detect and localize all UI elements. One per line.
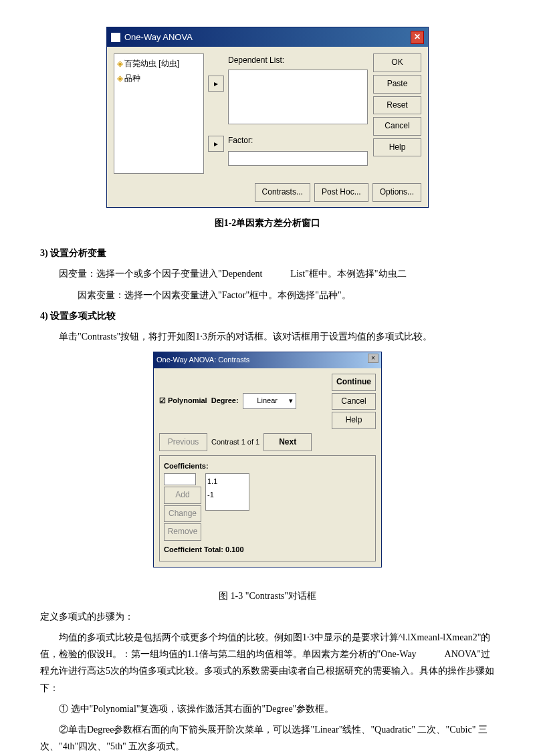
figure-caption-2: 图 1-3 "Contrasts"对话框 — [40, 588, 495, 604]
system-menu-icon[interactable] — [111, 33, 120, 42]
dialog-title: One-Way ANOVA: Contrasts — [156, 354, 249, 367]
add-button[interactable]: Add — [164, 487, 201, 504]
coefficients-group: Coefficients: Add Change Remove 1.1 -1 C… — [159, 455, 376, 561]
coefficients-label: Coefficients: — [164, 460, 371, 473]
cancel-button[interactable]: Cancel — [332, 393, 376, 410]
degree-label: Degree: — [211, 394, 239, 408]
list-item[interactable]: 1.1 — [207, 475, 247, 489]
continue-button[interactable]: Continue — [332, 374, 376, 391]
contrast-counter: Contrast 1 of 1 — [211, 436, 259, 449]
dialog-titlebar: One-Way ANOVA ✕ — [107, 27, 428, 47]
body-text: 单击"Contrasts"按钮，将打开如图1·3所示的对话框。该对话框用于设置均… — [40, 328, 495, 345]
options-button[interactable]: Options... — [372, 183, 421, 202]
help-button[interactable]: Help — [332, 412, 376, 429]
variable-list[interactable]: 百莞幼虫 [幼虫] 品种 — [114, 53, 204, 174]
change-button[interactable]: Change — [164, 505, 201, 523]
posthoc-button[interactable]: Post Hoc... — [314, 183, 368, 202]
dependent-list-box[interactable] — [228, 70, 368, 124]
degree-select[interactable]: Linear ▾ — [243, 393, 296, 409]
next-button[interactable]: Next — [263, 433, 312, 452]
body-text: 因素变量：选择一个因素变量进入"Factor"框中。本例选择"品种"。 — [40, 287, 495, 303]
factor-label: Factor: — [228, 134, 368, 148]
close-icon[interactable]: × — [368, 354, 379, 363]
factor-box[interactable] — [228, 151, 368, 166]
previous-button[interactable]: Previous — [159, 433, 207, 452]
dialog-title: One-Way ANOVA — [124, 29, 193, 45]
body-text: ②单击Degree参数框右面的向下箭头展开阶次菜单，可以选择"Linear"线性… — [40, 721, 495, 755]
contrasts-button[interactable]: Contrasts... — [255, 183, 310, 202]
list-item[interactable]: -1 — [207, 489, 247, 502]
degree-value: Linear — [257, 394, 278, 408]
coefficients-list[interactable]: 1.1 -1 — [205, 473, 249, 511]
list-item[interactable]: 品种 — [117, 72, 201, 86]
section-heading: 3) 设置分析变量 — [40, 245, 495, 261]
reset-button[interactable]: Reset — [373, 96, 421, 115]
body-text: 定义多项式的步骤为： — [40, 608, 495, 625]
coefficient-input[interactable] — [164, 473, 196, 485]
anova-dialog: One-Way ANOVA ✕ 百莞幼虫 [幼虫] 品种 ▸ ▸ Depende… — [106, 27, 429, 208]
paste-button[interactable]: Paste — [373, 75, 421, 94]
section-heading: 4) 设置多项式比较 — [40, 307, 495, 324]
dependent-list-label: Dependent List: — [228, 53, 368, 68]
list-item[interactable]: 百莞幼虫 [幼虫] — [117, 57, 201, 72]
chevron-down-icon: ▾ — [289, 394, 293, 408]
figure-caption-1: 图1-2单因素方差分析窗口 — [40, 215, 495, 231]
body-text: 均值的多项式比较是包括两个或更多个均值的比较。例如图1·3中显示的是要求计算^l… — [40, 629, 495, 697]
move-to-dependent-button[interactable]: ▸ — [208, 76, 224, 92]
body-text: 因变量：选择一个或多个因子变量进入"Dependent List"框中。本例选择… — [40, 265, 495, 282]
ok-button[interactable]: OK — [373, 53, 421, 72]
coefficient-total: Coefficient Total: 0.100 — [164, 543, 371, 557]
body-text: ① 选中"Polynomial"复选项，该操作激活其右面的"Degree"参数框… — [40, 701, 495, 717]
dialog-titlebar: One-Way ANOVA: Contrasts × — [154, 352, 381, 368]
remove-button[interactable]: Remove — [164, 523, 201, 541]
contrasts-dialog: One-Way ANOVA: Contrasts × Polynomial De… — [153, 352, 382, 568]
help-button[interactable]: Help — [373, 138, 421, 157]
move-to-factor-button[interactable]: ▸ — [208, 136, 224, 152]
polynomial-checkbox[interactable]: Polynomial — [159, 394, 207, 408]
close-icon[interactable]: ✕ — [411, 31, 424, 44]
cancel-button[interactable]: Cancel — [373, 117, 421, 136]
